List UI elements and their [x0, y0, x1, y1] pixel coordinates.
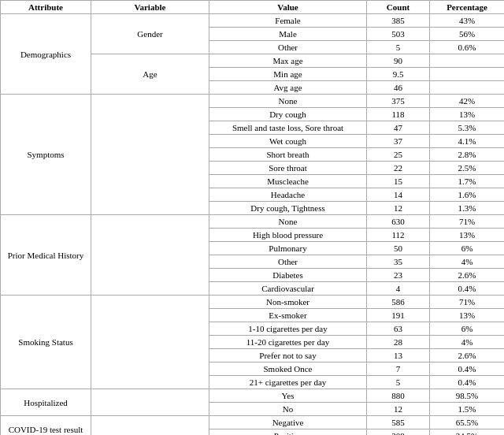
variable-cell: Age	[91, 54, 209, 95]
value-cell: Sore throat	[209, 162, 367, 175]
count-cell: 37	[367, 135, 430, 148]
value-cell: Dry cough	[209, 108, 367, 121]
count-cell: 28	[367, 336, 430, 349]
percentage-cell	[430, 54, 505, 68]
variable-cell: Gender	[91, 14, 209, 54]
percentage-cell: 0.6%	[430, 41, 505, 54]
count-cell: 4	[367, 282, 430, 296]
percentage-cell: 13%	[430, 309, 505, 322]
variable-cell	[91, 416, 209, 436]
value-cell: Other	[209, 41, 367, 54]
percentage-cell: 6%	[430, 322, 505, 336]
count-cell: 15	[367, 175, 430, 188]
count-cell: 63	[367, 322, 430, 336]
percentage-cell: 2.6%	[430, 349, 505, 362]
percentage-cell	[430, 68, 505, 81]
percentage-cell: 56%	[430, 28, 505, 41]
data-table: Attribute Variable Value Count Percentag…	[0, 0, 504, 435]
value-cell: Negative	[209, 416, 367, 429]
col-attribute: Attribute	[1, 1, 91, 14]
value-cell: Cardiovascular	[209, 282, 367, 296]
count-cell: 23	[367, 269, 430, 282]
count-cell: 22	[367, 162, 430, 175]
value-cell: High blood pressure	[209, 229, 367, 242]
count-cell: 586	[367, 296, 430, 309]
value-cell: Wet cough	[209, 135, 367, 148]
value-cell: 1-10 cigarettes per day	[209, 322, 367, 336]
count-cell: 12	[367, 403, 430, 416]
percentage-cell	[430, 81, 505, 95]
percentage-cell: 2.8%	[430, 148, 505, 162]
percentage-cell: 4%	[430, 336, 505, 349]
attribute-cell: Demographics	[1, 14, 91, 95]
value-cell: No	[209, 403, 367, 416]
variable-cell	[91, 389, 209, 416]
value-cell: Muscleache	[209, 175, 367, 188]
table-row: DemographicsGenderFemale38543%	[1, 14, 505, 28]
count-cell: 5	[367, 41, 430, 54]
count-cell: 5	[367, 376, 430, 389]
count-cell: 14	[367, 188, 430, 202]
variable-cell	[91, 296, 209, 389]
attribute-cell: Prior Medical History	[1, 215, 91, 296]
percentage-cell: 0.4%	[430, 376, 505, 389]
value-cell: 21+ cigarettes per day	[209, 376, 367, 389]
count-cell: 9.5	[367, 68, 430, 81]
value-cell: Max age	[209, 54, 367, 68]
value-cell: Positive	[209, 429, 367, 436]
attribute-cell: Symptoms	[1, 95, 91, 215]
value-cell: Dry cough, Tightness	[209, 202, 367, 215]
value-cell: Prefer not to say	[209, 349, 367, 362]
count-cell: 880	[367, 389, 430, 403]
count-cell: 375	[367, 95, 430, 108]
percentage-cell: 2.5%	[430, 162, 505, 175]
header-row: Attribute Variable Value Count Percentag…	[1, 1, 505, 14]
value-cell: None	[209, 95, 367, 108]
value-cell: Pulmonary	[209, 242, 367, 255]
table-row: COVID-19 test resultNegative58565.5%	[1, 416, 505, 429]
value-cell: Non-smoker	[209, 296, 367, 309]
count-cell: 191	[367, 309, 430, 322]
table-row: HospitalizedYes88098.5%	[1, 389, 505, 403]
value-cell: 11-20 cigarettes per day	[209, 336, 367, 349]
percentage-cell: 4.1%	[430, 135, 505, 148]
value-cell: None	[209, 215, 367, 229]
table-row: SymptomsNone37542%	[1, 95, 505, 108]
variable-cell	[91, 95, 209, 215]
attribute-cell: Smoking Status	[1, 296, 91, 389]
percentage-cell: 13%	[430, 229, 505, 242]
col-value: Value	[209, 1, 367, 14]
percentage-cell: 1.3%	[430, 202, 505, 215]
count-cell: 112	[367, 229, 430, 242]
col-percentage: Percentage	[430, 1, 505, 14]
count-cell: 630	[367, 215, 430, 229]
value-cell: Female	[209, 14, 367, 28]
count-cell: 585	[367, 416, 430, 429]
count-cell: 35	[367, 255, 430, 269]
col-count: Count	[367, 1, 430, 14]
count-cell: 7	[367, 362, 430, 376]
percentage-cell: 13%	[430, 108, 505, 121]
percentage-cell: 4%	[430, 255, 505, 269]
table-row: Prior Medical HistoryNone63071%	[1, 215, 505, 229]
value-cell: Yes	[209, 389, 367, 403]
percentage-cell: 65.5%	[430, 416, 505, 429]
count-cell: 308	[367, 429, 430, 436]
table-row: Smoking StatusNon-smoker58671%	[1, 296, 505, 309]
count-cell: 50	[367, 242, 430, 255]
percentage-cell: 42%	[430, 95, 505, 108]
value-cell: Min age	[209, 68, 367, 81]
count-cell: 47	[367, 121, 430, 135]
percentage-cell: 43%	[430, 14, 505, 28]
value-cell: Other	[209, 255, 367, 269]
value-cell: Male	[209, 28, 367, 41]
count-cell: 13	[367, 349, 430, 362]
count-cell: 385	[367, 14, 430, 28]
attribute-cell: COVID-19 test result	[1, 416, 91, 436]
percentage-cell: 2.6%	[430, 269, 505, 282]
percentage-cell: 1.7%	[430, 175, 505, 188]
percentage-cell: 71%	[430, 296, 505, 309]
value-cell: Short breath	[209, 148, 367, 162]
percentage-cell: 5.3%	[430, 121, 505, 135]
percentage-cell: 71%	[430, 215, 505, 229]
